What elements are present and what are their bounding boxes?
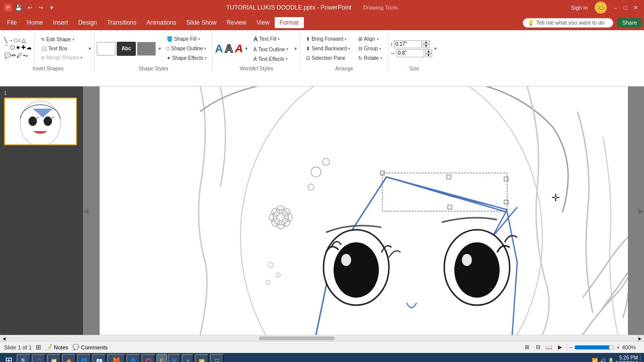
text-effects-btn[interactable]: A Text Effects ▾ [250,55,292,63]
size-expand-btn[interactable]: ▾ [433,32,438,65]
menu-format[interactable]: Format [275,17,304,28]
wordart-a2[interactable]: A [225,42,233,55]
slide-thumbnail-1[interactable] [4,98,77,145]
menu-home[interactable]: Home [22,17,48,28]
svg-rect-12 [504,177,508,181]
quick-save[interactable]: 💾 [14,3,23,12]
height-up[interactable]: ▲ [423,40,430,44]
scroll-left-arrow[interactable]: ◀ [1,336,7,341]
width-down[interactable]: ▼ [425,53,432,57]
explorer-btn[interactable]: 📁 [47,354,61,362]
edit-shape-btn[interactable]: ✎ Edit Shape ▾ [37,35,86,44]
menu-insert[interactable]: Insert [48,17,73,28]
zoom-level[interactable]: 400% [622,344,640,350]
files-btn[interactable]: 📂 [195,354,209,362]
wordart-group-expand[interactable]: ▾ [293,32,298,65]
wordart-a3[interactable]: A [235,42,243,55]
user-avatar[interactable]: 😊 [595,2,607,14]
text-fill-icon: A [254,36,258,43]
menu-view[interactable]: View [252,17,275,28]
selection-pane-btn[interactable]: ⊡ Selection Pane [302,54,354,62]
width-up[interactable]: ▲ [425,49,432,53]
text-fill-btn[interactable]: A Text Fill ▾ [250,34,292,44]
shape-outline-btn[interactable]: □ Shape Outline ▾ [163,44,210,53]
arrange-btns: ⬆ Bring Forward ▾ ⬇ Send Backward ▾ ⊡ Se… [302,35,354,62]
start-button[interactable]: ⊞ [2,354,16,362]
style-box-3[interactable] [137,42,156,56]
quick-more[interactable]: ▾ [47,3,56,12]
network-icon[interactable]: 📶 [592,358,598,363]
text-box-btn[interactable]: ⬜ Text Box [37,44,86,53]
send-backward-btn[interactable]: ⬇ Send Backward ▾ [302,44,354,53]
minimize-btn[interactable]: – [611,3,620,12]
notes-btn[interactable]: 📝 Notes [45,344,68,350]
slideshow-btn[interactable]: ▶ [555,343,565,352]
menu-design[interactable]: Design [73,17,102,28]
merge-shapes-btn[interactable]: ⊕ Merge Shapes ▾ [37,53,86,62]
scroll-right-btn[interactable]: ▶ [638,207,644,215]
arrange-group: ⬆ Bring Forward ▾ ⬇ Send Backward ▾ ⊡ Se… [300,31,388,72]
ribbon: ╲ → □ ○ △ ⌒ ⬡ ★ ✚ ☁ 💬 ✏ [0,30,644,86]
wordart-previews: A A A [215,42,243,55]
menu-review[interactable]: Review [221,17,251,28]
monitor-btn[interactable]: 💻 [210,354,224,362]
search-btn[interactable]: 🔍 [17,354,31,362]
menu-animations[interactable]: Animations [141,17,181,28]
app5-btn[interactable]: ⭕ [141,354,155,362]
mail-btn[interactable]: 📧 [92,354,106,362]
quick-redo[interactable]: ↪ [36,3,45,12]
zoom-handle[interactable] [609,345,614,350]
quick-undo[interactable]: ↩ [25,3,34,12]
greenapp-btn[interactable]: ✦ [182,354,194,362]
svg-point-17 [341,254,351,266]
comments-btn[interactable]: 💬 Comments [72,344,108,350]
edit-shape-icon: ✎ [41,37,45,42]
group-btn[interactable]: ⊟ Group ▾ [355,44,385,53]
firefox-btn[interactable]: 🦊 [107,354,125,362]
antivirus-btn[interactable]: 🔥 [62,354,76,362]
clock[interactable]: 5:26 PM 5/27/2016 [616,355,638,362]
rotate-btn[interactable]: ↻ Rotate ▾ [355,54,385,62]
close-btn[interactable]: ✕ [631,3,640,12]
speaker-icon[interactable]: 🔊 [600,358,606,363]
share-button[interactable]: Share [617,18,642,27]
height-down[interactable]: ▼ [423,44,430,48]
bring-forward-btn[interactable]: ⬆ Bring Forward ▾ [302,35,354,43]
show-desktop-btn[interactable] [640,354,642,362]
wordart-expand-btn[interactable]: ▾ [244,32,249,65]
slide-sorter-btn[interactable]: ⊟ [533,343,542,352]
menu-transitions[interactable]: Transitions [102,17,141,28]
powerpoint-taskbar-btn[interactable]: P [156,354,167,362]
scroll-thumb[interactable] [259,336,335,340]
style-box-1[interactable] [97,42,116,56]
shape-effects-btn[interactable]: ✦ Shape Effects ▾ [163,54,210,62]
height-input[interactable] [394,40,422,48]
menu-slideshow[interactable]: Slide Show [181,17,221,28]
shapes-expand-btn[interactable]: ▾ [87,32,92,65]
maximize-btn[interactable]: □ [621,3,630,12]
style-expand-btn[interactable]: ▾ [157,32,162,65]
normal-view-btn[interactable]: ⊞ [522,343,531,352]
browser1-btn[interactable]: 🌐 [77,354,91,362]
chrome-btn[interactable]: 🔵 [126,354,140,362]
scroll-right-arrow[interactable]: ▶ [637,336,643,341]
battery-icon[interactable]: 🔋 [608,358,614,363]
cortana-btn[interactable]: 🎵 [32,354,46,362]
text-outline-btn[interactable]: A Text Outline ▾ [250,45,292,54]
shape-fill-btn[interactable]: 🪣 Shape Fill ▾ [163,35,210,43]
menu-file[interactable]: File [2,17,22,28]
align-btn[interactable]: ⊞ Align ▾ [355,35,385,43]
scroll-left-btn[interactable]: ◀ [83,207,89,215]
reading-view-btn[interactable]: 📖 [544,343,553,352]
zoom-out-btn[interactable]: − [569,344,572,350]
style-box-2[interactable]: Abc [117,42,136,56]
zoom-slider[interactable] [575,345,615,349]
zoom-in-btn[interactable]: + [617,344,620,350]
width-input[interactable] [396,49,424,57]
wordart-a1[interactable]: A [215,42,223,55]
app-icon: P [4,4,12,12]
canvas-area[interactable]: ◀ [83,86,644,335]
word-taskbar-btn[interactable]: W [168,354,181,362]
tell-me-box[interactable]: 💡 Tell me what you want to do [523,18,613,28]
sign-in-btn[interactable]: Sign in [568,3,591,12]
